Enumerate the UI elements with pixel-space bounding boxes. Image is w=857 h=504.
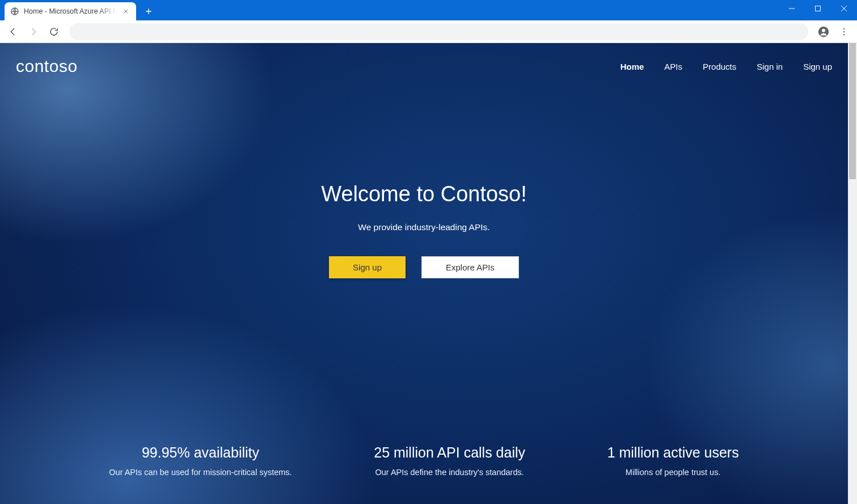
nav-menu: Home APIs Products Sign in Sign up [620, 62, 832, 71]
stat-sub: Millions of people trust us. [607, 468, 739, 477]
hero-title: Welcome to Contoso! [0, 182, 848, 206]
nav-signin[interactable]: Sign in [757, 62, 783, 71]
signup-button[interactable]: Sign up [329, 256, 406, 278]
maximize-button[interactable] [805, 0, 831, 17]
nav-products[interactable]: Products [703, 62, 736, 71]
tab-title: Home - Microsoft Azure API Management [24, 7, 117, 15]
svg-point-4 [843, 28, 845, 29]
hero-subtitle: We provide industry-leading APIs. [0, 222, 848, 232]
reload-button[interactable] [45, 23, 62, 40]
stat-headline: 25 million API calls daily [374, 444, 525, 461]
hero-content: Welcome to Contoso! We provide industry-… [0, 182, 848, 278]
stat-api-calls: 25 million API calls daily Our APIs defi… [374, 444, 525, 477]
stats-row: 99.95% availability Our APIs can be used… [0, 444, 848, 477]
stat-headline: 99.95% availability [109, 444, 292, 461]
browser-titlebar: Home - Microsoft Azure API Management [0, 0, 857, 20]
nav-home[interactable]: Home [620, 62, 644, 71]
stat-sub: Our APIs define the industry's standards… [374, 468, 525, 477]
explore-apis-button[interactable]: Explore APIs [421, 256, 519, 278]
brand-logo[interactable]: contoso [16, 57, 78, 76]
stat-sub: Our APIs can be used for mission-critica… [109, 468, 292, 477]
stat-headline: 1 million active users [607, 444, 739, 461]
hero-section: contoso Home APIs Products Sign in Sign … [0, 43, 848, 504]
forward-button[interactable] [25, 23, 42, 40]
nav-apis[interactable]: APIs [664, 62, 682, 71]
svg-rect-1 [816, 6, 821, 11]
page-viewport: contoso Home APIs Products Sign in Sign … [0, 43, 857, 504]
close-window-button[interactable] [831, 0, 857, 17]
browser-window: Home - Microsoft Azure API Management [0, 0, 857, 504]
back-button[interactable] [5, 23, 22, 40]
site-header: contoso Home APIs Products Sign in Sign … [0, 43, 848, 76]
minimize-button[interactable] [779, 0, 805, 17]
profile-icon[interactable] [815, 23, 832, 40]
browser-tab[interactable]: Home - Microsoft Azure API Management [5, 2, 136, 20]
globe-icon [10, 7, 19, 16]
nav-signup[interactable]: Sign up [803, 62, 832, 71]
svg-point-6 [843, 34, 845, 35]
hero-buttons: Sign up Explore APIs [0, 256, 848, 278]
stat-availability: 99.95% availability Our APIs can be used… [109, 444, 292, 477]
browser-toolbar [0, 20, 857, 43]
vertical-scrollbar[interactable] [848, 43, 857, 504]
close-icon[interactable] [121, 7, 130, 16]
svg-point-3 [822, 28, 825, 32]
stat-active-users: 1 million active users Millions of peopl… [607, 444, 739, 477]
new-tab-button[interactable] [141, 3, 157, 19]
address-bar[interactable] [69, 23, 808, 40]
scrollbar-thumb[interactable] [849, 43, 856, 179]
window-controls [779, 0, 857, 18]
kebab-menu-icon[interactable] [835, 23, 852, 40]
svg-point-5 [843, 31, 845, 32]
